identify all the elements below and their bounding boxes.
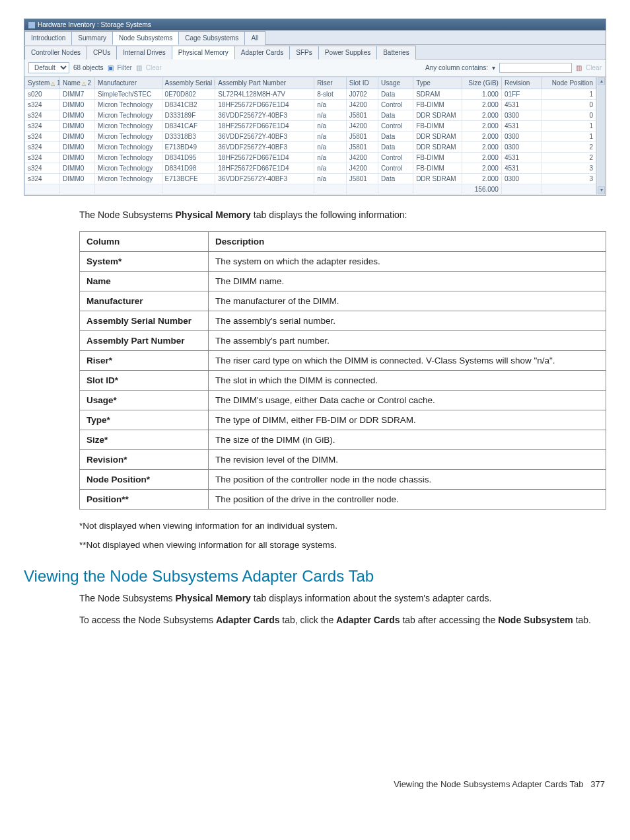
column-header[interactable]: Assembly Part Number xyxy=(215,77,314,89)
window-title: Hardware Inventory : Storage Systems xyxy=(38,21,151,28)
cell: 4531 xyxy=(501,100,541,110)
column-header[interactable]: Riser xyxy=(314,77,346,89)
primary-tabs: IntroductionSummaryNode SubsystemsCage S… xyxy=(24,30,606,45)
cell: E713BD49 xyxy=(162,142,215,153)
section-paragraph-2: To access the Node Subsystems Adapter Ca… xyxy=(79,614,606,627)
tab-cpus[interactable]: CPUs xyxy=(87,46,117,59)
cell: Micron Technology xyxy=(95,121,162,132)
column-header[interactable]: Type xyxy=(413,77,462,89)
condition-dropdown-icon[interactable]: ▾ xyxy=(492,64,495,71)
cell: J4200 xyxy=(346,163,378,174)
filter-icon[interactable]: ▣ xyxy=(108,64,114,71)
desc-row: Revision*The revision level of the DIMM. xyxy=(80,449,606,469)
column-header[interactable]: Manufacturer xyxy=(95,77,162,89)
cell: 0 xyxy=(541,110,596,121)
filter-link[interactable]: Filter xyxy=(118,64,132,71)
table-row[interactable]: s324DIMM0Micron TechnologyE713BCFE36VDDF… xyxy=(25,174,596,184)
tab-introduction[interactable]: Introduction xyxy=(24,31,72,45)
column-header[interactable]: Usage xyxy=(378,77,413,89)
column-header[interactable]: Revision xyxy=(501,77,541,89)
cell: 1 xyxy=(541,89,596,100)
cell: DIMM7 xyxy=(60,89,95,100)
scope-select[interactable]: Default xyxy=(28,62,69,73)
cell: s020 xyxy=(25,89,60,100)
scroll-up-icon[interactable]: ▴ xyxy=(598,77,605,85)
cell: Control xyxy=(378,121,413,132)
table-row[interactable]: s324DIMM0Micron TechnologyD8341D9518HF25… xyxy=(25,153,596,163)
tab-node-subsystems[interactable]: Node Subsystems xyxy=(112,31,179,45)
cell: n/a xyxy=(314,100,346,110)
page-footer: Viewing the Node Subsystems Adapter Card… xyxy=(24,779,606,789)
section-paragraph-1: The Node Subsystems Physical Memory tab … xyxy=(79,592,606,605)
cell: J5801 xyxy=(346,132,378,142)
tab-batteries[interactable]: Batteries xyxy=(376,46,415,59)
cell: DDR SDRAM xyxy=(413,110,462,121)
tab-cage-subsystems[interactable]: Cage Subsystems xyxy=(178,31,245,45)
memory-grid: System 1Name 2ManufacturerAssembly Seria… xyxy=(24,77,596,195)
column-header[interactable]: Slot ID xyxy=(346,77,378,89)
column-header[interactable]: Assembly Serial Number xyxy=(162,77,215,89)
cell: 3 xyxy=(541,174,596,184)
clear-filter-icon[interactable]: ▥ xyxy=(136,64,142,71)
cell: 3 xyxy=(541,163,596,174)
desc-row: ManufacturerThe manufacturer of the DIMM… xyxy=(80,291,606,311)
desc-row: System*The system on which the adapter r… xyxy=(80,251,606,271)
cell: Micron Technology xyxy=(95,110,162,121)
any-column-input[interactable] xyxy=(499,63,572,73)
cell: 1 xyxy=(541,132,596,142)
cell: 01FF xyxy=(501,89,541,100)
cell: E713BCFE xyxy=(162,174,215,184)
tab-power-supplies[interactable]: Power Supplies xyxy=(318,46,377,59)
cell: s324 xyxy=(25,142,60,153)
clear-search-link[interactable]: Clear xyxy=(586,64,602,71)
desc-row: Position**The position of the drive in t… xyxy=(80,489,606,509)
cell: FB-DIMM xyxy=(413,121,462,132)
cell: DIMM0 xyxy=(60,132,95,142)
tab-internal-drives[interactable]: Internal Drives xyxy=(116,46,172,59)
column-header[interactable]: System 1 xyxy=(25,77,60,89)
window-title-bar: Hardware Inventory : Storage Systems xyxy=(24,19,606,30)
desc-head-column: Column xyxy=(80,231,209,251)
cell: J5801 xyxy=(346,142,378,153)
clear-search-icon[interactable]: ▥ xyxy=(576,64,582,71)
tab-summary[interactable]: Summary xyxy=(71,31,113,45)
tab-physical-memory[interactable]: Physical Memory xyxy=(172,46,235,59)
column-header[interactable]: Name 2 xyxy=(60,77,95,89)
table-row[interactable]: s324DIMM0Micron TechnologyD8341CB218HF25… xyxy=(25,100,596,110)
tab-controller-nodes[interactable]: Controller Nodes xyxy=(24,46,87,59)
table-row[interactable]: s020DIMM7SimpleTech/STEC0E70D802SL72R4L1… xyxy=(25,89,596,100)
footnote-1: *Not displayed when viewing information … xyxy=(79,519,606,533)
cell: 2 xyxy=(541,142,596,153)
column-header[interactable]: Node Position xyxy=(541,77,596,89)
cell: Control xyxy=(378,100,413,110)
scroll-down-icon[interactable]: ▾ xyxy=(598,186,605,194)
tab-adapter-cards[interactable]: Adapter Cards xyxy=(234,46,290,59)
clear-filter-link[interactable]: Clear xyxy=(146,64,162,71)
column-header[interactable]: Size (GiB) xyxy=(462,77,501,89)
cell: s324 xyxy=(25,132,60,142)
cell: FB-DIMM xyxy=(413,153,462,163)
cell: DDR SDRAM xyxy=(413,132,462,142)
table-row[interactable]: s324DIMM0Micron TechnologyE713BD4936VDDF… xyxy=(25,142,596,153)
table-row[interactable]: s324DIMM0Micron TechnologyD33318B336VDDF… xyxy=(25,132,596,142)
tab-sfps[interactable]: SFPs xyxy=(289,46,318,59)
desc-head-description: Description xyxy=(209,231,606,251)
tab-all[interactable]: All xyxy=(244,31,265,45)
table-row[interactable]: s324DIMM0Micron TechnologyD8341CAF18HF25… xyxy=(25,121,596,132)
cell: Data xyxy=(378,89,413,100)
table-row[interactable]: s324DIMM0Micron TechnologyD333189F36VDDF… xyxy=(25,110,596,121)
table-row[interactable]: s324DIMM0Micron TechnologyD8341D9818HF25… xyxy=(25,163,596,174)
desc-row: Node Position*The position of the contro… xyxy=(80,469,606,489)
cell: 18HF25672FD667E1D4 xyxy=(215,153,314,163)
cell: 4531 xyxy=(501,121,541,132)
cell: DIMM0 xyxy=(60,142,95,153)
scrollbar[interactable]: ▴ ▾ xyxy=(596,77,606,195)
any-column-label: Any column contains: xyxy=(425,64,488,71)
cell: SL72R4L128M8H-A7V xyxy=(215,89,314,100)
cell: Micron Technology xyxy=(95,100,162,110)
cell: FB-DIMM xyxy=(413,100,462,110)
cell: Micron Technology xyxy=(95,153,162,163)
cell: n/a xyxy=(314,121,346,132)
scroll-track[interactable] xyxy=(598,86,605,186)
cell: s324 xyxy=(25,174,60,184)
